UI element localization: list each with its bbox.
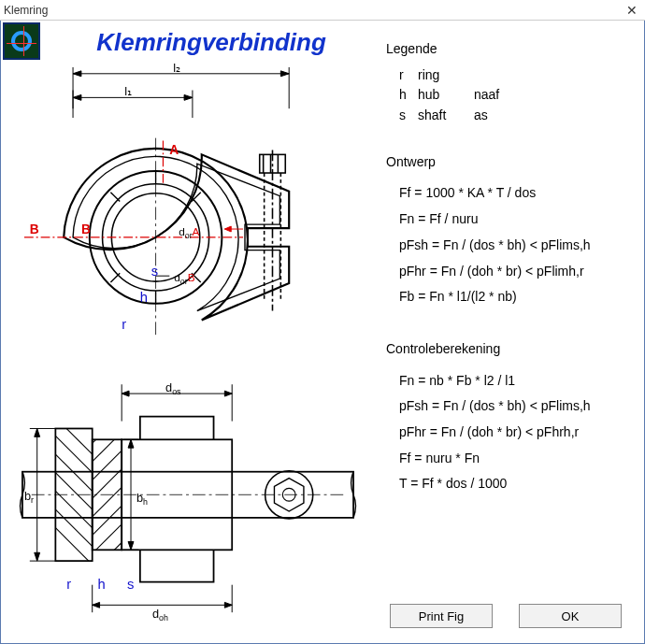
legend-row: r ring <box>386 65 633 86</box>
titlebar: Klemring ✕ <box>0 0 645 21</box>
label-br: br <box>24 489 34 505</box>
label-doh: doh <box>152 607 168 623</box>
svg-marker-66 <box>35 552 40 561</box>
label-h-top: h <box>140 290 148 305</box>
formula: pFsh = Fn / (dos * bh) < pFlims,h <box>399 396 633 417</box>
ontwerp-formulas: Ff = 1000 * KA * T / dos Fn = Ff / nuru … <box>386 178 633 312</box>
svg-line-46 <box>78 467 142 532</box>
label-s-bot: s <box>127 577 134 592</box>
label-B-outer: B <box>30 222 39 236</box>
left-pane: Klemringverbinding l₂ <box>1 21 375 643</box>
ring-icon <box>11 31 32 51</box>
print-button[interactable]: Print Fig <box>390 604 493 628</box>
formula: T = Ff * dos / 1000 <box>399 474 633 494</box>
diagram-container: l₂ l₁ <box>1 57 375 643</box>
svg-line-15 <box>110 193 120 202</box>
svg-marker-3 <box>73 71 81 77</box>
label-dorA: dorA <box>179 225 199 240</box>
label-s-top: s <box>151 264 158 279</box>
formula: Ff = 1000 * KA * T / dos <box>399 183 633 204</box>
content: Klemringverbinding l₂ <box>0 21 645 644</box>
page-title: Klemringverbinding <box>48 28 375 57</box>
formula: Ff = nuru * Fn <box>399 449 633 469</box>
formula: pFsh = Fn / (dos * bh) < pFlims,h <box>399 236 633 256</box>
svg-marker-76 <box>224 602 232 608</box>
label-r-bot: r <box>66 577 71 592</box>
button-row: Print Fig OK <box>386 598 633 636</box>
svg-marker-36 <box>224 391 232 396</box>
app-icon <box>3 22 40 60</box>
formula: Fn = Ff / nuru <box>399 209 633 230</box>
svg-marker-8 <box>73 94 81 100</box>
svg-line-52 <box>41 422 115 495</box>
label-l1: l₁ <box>124 84 132 98</box>
close-icon[interactable]: ✕ <box>623 3 641 18</box>
legend-row: s shaft as <box>386 106 633 126</box>
label-bh: bh <box>136 491 148 507</box>
svg-marker-65 <box>35 428 40 436</box>
controle-formulas: Fn = nb * Fb * l2 / l1 pFsh = Fn / (dos … <box>386 365 633 500</box>
svg-line-17 <box>110 273 120 282</box>
formula: Fn = nb * Fb * l2 / l1 <box>399 371 633 392</box>
window-title: Klemring <box>4 4 48 17</box>
svg-marker-75 <box>93 602 100 608</box>
label-r-top: r <box>122 317 126 332</box>
right-pane: Legende r ring h hub naaf s shaft as Ont… <box>375 21 644 643</box>
controle-title: Controleberekening <box>386 339 633 360</box>
svg-marker-29 <box>224 226 231 232</box>
svg-marker-35 <box>122 391 129 396</box>
ok-button[interactable]: OK <box>519 604 622 628</box>
label-dorB: dorB <box>174 271 194 286</box>
formula: pFhr = Fn / (doh * br) < pFhrh,r <box>399 422 633 443</box>
technical-drawing: l₂ l₁ <box>10 63 366 623</box>
svg-line-48 <box>78 504 142 568</box>
svg-marker-70 <box>128 439 134 448</box>
label-dos: dos <box>165 380 181 396</box>
ontwerp-title: Ontwerp <box>386 152 633 173</box>
svg-marker-71 <box>128 541 134 550</box>
svg-marker-9 <box>184 94 193 100</box>
svg-marker-4 <box>280 71 289 77</box>
label-l2: l₂ <box>173 63 180 75</box>
legend-row: h hub naaf <box>386 85 633 106</box>
svg-line-45 <box>78 449 142 513</box>
label-A: A <box>169 143 179 157</box>
label-h-bot: h <box>98 577 106 592</box>
label-B-inner: B <box>81 222 91 236</box>
formula: Fb = Fn * l1/(l2 * nb) <box>399 287 633 308</box>
legend-title: Legende <box>386 39 633 60</box>
formula: pFhr = Fn / (doh * br) < pFlimh,r <box>399 262 633 282</box>
